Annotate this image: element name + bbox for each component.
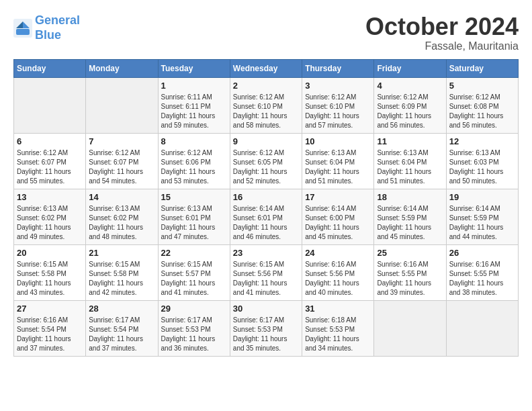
logo-icon	[13, 19, 32, 38]
day-info: Sunrise: 6:12 AMSunset: 6:10 PMDaylight:…	[305, 93, 371, 130]
day-info: Sunrise: 6:12 AMSunset: 6:06 PMDaylight:…	[161, 148, 227, 186]
day-info: Sunrise: 6:12 AMSunset: 6:10 PMDaylight:…	[233, 93, 299, 130]
day-info: Sunrise: 6:12 AMSunset: 6:09 PMDaylight:…	[377, 93, 443, 130]
day-info: Sunrise: 6:17 AMSunset: 5:54 PMDaylight:…	[89, 316, 154, 353]
title-section: October 2024 Fassale, Mauritania	[365, 13, 519, 52]
day-number: 3	[305, 81, 371, 91]
calendar-cell: 23Sunrise: 6:15 AMSunset: 5:56 PMDayligh…	[230, 244, 302, 300]
day-info: Sunrise: 6:12 AMSunset: 6:07 PMDaylight:…	[89, 148, 154, 186]
calendar-cell	[374, 300, 446, 356]
day-info: Sunrise: 6:14 AMSunset: 6:01 PMDaylight:…	[233, 204, 299, 242]
day-number: 8	[161, 136, 227, 146]
calendar-cell: 14Sunrise: 6:13 AMSunset: 6:02 PMDayligh…	[86, 189, 158, 244]
day-number: 10	[305, 136, 371, 146]
calendar-cell: 21Sunrise: 6:15 AMSunset: 5:58 PMDayligh…	[86, 244, 158, 300]
day-info: Sunrise: 6:12 AMSunset: 6:05 PMDaylight:…	[233, 148, 299, 186]
day-number: 9	[233, 136, 299, 146]
weekday-header-tuesday: Tuesday	[158, 59, 230, 77]
calendar-week-2: 6Sunrise: 6:12 AMSunset: 6:07 PMDaylight…	[14, 133, 519, 189]
month-title: October 2024	[365, 13, 519, 40]
calendar-table: SundayMondayTuesdayWednesdayThursdayFrid…	[13, 59, 519, 357]
day-info: Sunrise: 6:12 AMSunset: 6:07 PMDaylight:…	[17, 148, 83, 186]
calendar-cell: 2Sunrise: 6:12 AMSunset: 6:10 PMDaylight…	[230, 77, 302, 133]
page-header: General Blue October 2024 Fassale, Mauri…	[13, 13, 519, 52]
day-number: 14	[89, 192, 154, 202]
day-info: Sunrise: 6:15 AMSunset: 5:57 PMDaylight:…	[161, 260, 227, 298]
day-number: 24	[305, 248, 371, 258]
day-number: 22	[161, 248, 227, 258]
calendar-cell: 26Sunrise: 6:16 AMSunset: 5:55 PMDayligh…	[446, 244, 518, 300]
day-info: Sunrise: 6:15 AMSunset: 5:58 PMDaylight:…	[17, 260, 83, 298]
day-number: 18	[377, 192, 443, 202]
weekday-header-sunday: Sunday	[14, 59, 86, 77]
calendar-cell: 25Sunrise: 6:16 AMSunset: 5:55 PMDayligh…	[374, 244, 446, 300]
day-number: 19	[449, 192, 515, 202]
day-info: Sunrise: 6:17 AMSunset: 5:53 PMDaylight:…	[233, 316, 299, 353]
logo-general: General	[35, 13, 80, 27]
location-subtitle: Fassale, Mauritania	[365, 40, 519, 52]
day-number: 1	[161, 81, 227, 91]
day-number: 6	[17, 136, 83, 146]
calendar-cell	[446, 300, 518, 356]
calendar-cell: 27Sunrise: 6:16 AMSunset: 5:54 PMDayligh…	[14, 300, 86, 356]
calendar-cell: 8Sunrise: 6:12 AMSunset: 6:06 PMDaylight…	[158, 133, 230, 189]
calendar-cell: 31Sunrise: 6:18 AMSunset: 5:53 PMDayligh…	[302, 300, 374, 356]
calendar-cell: 29Sunrise: 6:17 AMSunset: 5:53 PMDayligh…	[158, 300, 230, 356]
calendar-cell	[86, 77, 158, 133]
day-info: Sunrise: 6:16 AMSunset: 5:55 PMDaylight:…	[449, 260, 515, 298]
day-number: 30	[233, 304, 299, 314]
calendar-cell: 1Sunrise: 6:11 AMSunset: 6:11 PMDaylight…	[158, 77, 230, 133]
day-info: Sunrise: 6:13 AMSunset: 6:03 PMDaylight:…	[449, 148, 515, 186]
calendar-week-5: 27Sunrise: 6:16 AMSunset: 5:54 PMDayligh…	[14, 300, 519, 356]
calendar-cell: 7Sunrise: 6:12 AMSunset: 6:07 PMDaylight…	[86, 133, 158, 189]
day-info: Sunrise: 6:13 AMSunset: 6:04 PMDaylight:…	[377, 148, 443, 186]
calendar-header: SundayMondayTuesdayWednesdayThursdayFrid…	[14, 59, 519, 77]
day-number: 16	[233, 192, 299, 202]
day-number: 25	[377, 248, 443, 258]
svg-rect-3	[16, 29, 30, 35]
calendar-week-1: 1Sunrise: 6:11 AMSunset: 6:11 PMDaylight…	[14, 77, 519, 133]
day-number: 21	[89, 248, 154, 258]
calendar-cell: 6Sunrise: 6:12 AMSunset: 6:07 PMDaylight…	[14, 133, 86, 189]
day-number: 2	[233, 81, 299, 91]
day-number: 27	[17, 304, 83, 314]
day-number: 5	[449, 81, 515, 91]
calendar-cell: 20Sunrise: 6:15 AMSunset: 5:58 PMDayligh…	[14, 244, 86, 300]
day-number: 20	[17, 248, 83, 258]
day-info: Sunrise: 6:15 AMSunset: 5:58 PMDaylight:…	[89, 260, 154, 298]
day-number: 4	[377, 81, 443, 91]
calendar-cell: 17Sunrise: 6:14 AMSunset: 6:00 PMDayligh…	[302, 189, 374, 244]
day-number: 26	[449, 248, 515, 258]
day-info: Sunrise: 6:14 AMSunset: 6:00 PMDaylight:…	[305, 204, 371, 242]
calendar-body: 1Sunrise: 6:11 AMSunset: 6:11 PMDaylight…	[14, 77, 519, 356]
day-number: 15	[161, 192, 227, 202]
day-info: Sunrise: 6:17 AMSunset: 5:53 PMDaylight:…	[161, 316, 227, 353]
weekday-header-monday: Monday	[86, 59, 158, 77]
weekday-header-saturday: Saturday	[446, 59, 518, 77]
day-info: Sunrise: 6:13 AMSunset: 6:04 PMDaylight:…	[305, 148, 371, 186]
calendar-week-4: 20Sunrise: 6:15 AMSunset: 5:58 PMDayligh…	[14, 244, 519, 300]
day-info: Sunrise: 6:13 AMSunset: 6:02 PMDaylight:…	[89, 204, 154, 242]
day-number: 23	[233, 248, 299, 258]
day-number: 7	[89, 136, 154, 146]
calendar-cell: 30Sunrise: 6:17 AMSunset: 5:53 PMDayligh…	[230, 300, 302, 356]
day-info: Sunrise: 6:13 AMSunset: 6:01 PMDaylight:…	[161, 204, 227, 242]
calendar-cell: 19Sunrise: 6:14 AMSunset: 5:59 PMDayligh…	[446, 189, 518, 244]
calendar-cell: 12Sunrise: 6:13 AMSunset: 6:03 PMDayligh…	[446, 133, 518, 189]
day-info: Sunrise: 6:13 AMSunset: 6:02 PMDaylight:…	[17, 204, 83, 242]
calendar-cell	[14, 77, 86, 133]
day-number: 28	[89, 304, 154, 314]
day-number: 17	[305, 192, 371, 202]
day-info: Sunrise: 6:11 AMSunset: 6:11 PMDaylight:…	[161, 93, 227, 130]
logo-blue: Blue	[35, 28, 61, 42]
calendar-cell: 13Sunrise: 6:13 AMSunset: 6:02 PMDayligh…	[14, 189, 86, 244]
day-info: Sunrise: 6:12 AMSunset: 6:08 PMDaylight:…	[449, 93, 515, 130]
day-number: 13	[17, 192, 83, 202]
calendar-cell: 22Sunrise: 6:15 AMSunset: 5:57 PMDayligh…	[158, 244, 230, 300]
day-info: Sunrise: 6:14 AMSunset: 5:59 PMDaylight:…	[449, 204, 515, 242]
calendar-cell: 9Sunrise: 6:12 AMSunset: 6:05 PMDaylight…	[230, 133, 302, 189]
calendar-cell: 4Sunrise: 6:12 AMSunset: 6:09 PMDaylight…	[374, 77, 446, 133]
calendar-cell: 15Sunrise: 6:13 AMSunset: 6:01 PMDayligh…	[158, 189, 230, 244]
calendar-cell: 24Sunrise: 6:16 AMSunset: 5:56 PMDayligh…	[302, 244, 374, 300]
calendar-cell: 10Sunrise: 6:13 AMSunset: 6:04 PMDayligh…	[302, 133, 374, 189]
